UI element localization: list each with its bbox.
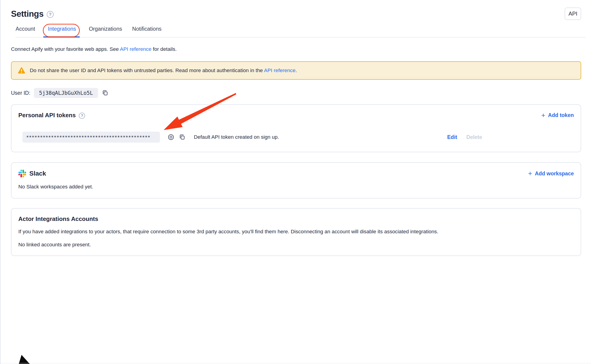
copy-icon (179, 134, 186, 141)
reveal-token-button[interactable] (167, 133, 175, 141)
copy-token-button[interactable] (179, 134, 186, 141)
copy-user-id-button[interactable] (102, 90, 109, 96)
masked-token-field[interactable]: ****************************************… (22, 132, 160, 143)
warning-triangle-icon (18, 67, 25, 74)
tab-integrations[interactable]: Integrations (45, 26, 79, 37)
actor-empty-text: No linked accounts are present. (18, 242, 574, 248)
intro-text: Connect Apify with your favorite web app… (11, 46, 581, 52)
delete-token-button[interactable]: Delete (466, 134, 482, 140)
token-row: ****************************************… (22, 132, 574, 143)
edit-token-button[interactable]: Edit (447, 134, 457, 140)
actor-card-description: If you have added integrations to your a… (18, 228, 574, 235)
slack-card: Slack + Add workspace No Slack workspace… (11, 162, 581, 198)
personal-api-tokens-card: Personal API tokens ? + Add token ******… (11, 104, 581, 152)
plus-icon: + (541, 113, 545, 118)
user-id-label: User ID: (11, 90, 30, 96)
user-id-row: User ID: 5j38qALJbGuXhLo5L (11, 88, 581, 98)
user-id-value: 5j38qALJbGuXhLo5L (34, 88, 98, 98)
plus-icon: + (528, 171, 532, 176)
tab-account[interactable]: Account (16, 26, 35, 37)
page-header: Settings ? API (11, 0, 581, 20)
active-tab-underline (43, 36, 80, 38)
tokens-help-icon[interactable]: ? (79, 113, 85, 119)
page-title: Settings (11, 9, 44, 19)
eye-icon (167, 133, 175, 141)
slack-card-title: Slack (29, 170, 46, 177)
warning-banner: Do not share the user ID and API tokens … (11, 61, 581, 80)
warning-api-reference-link[interactable]: API reference (264, 68, 296, 73)
copy-icon (102, 90, 109, 96)
token-description: Default API token created on sign up. (194, 134, 279, 140)
tab-organizations[interactable]: Organizations (89, 26, 122, 37)
slack-logo-icon (18, 170, 26, 177)
actor-card-title: Actor Integrations Accounts (18, 215, 574, 222)
settings-page: Settings ? API Account Integrations Orga… (11, 0, 581, 256)
api-button[interactable]: API (565, 7, 581, 20)
actor-integrations-card: Actor Integrations Accounts If you have … (11, 208, 581, 256)
api-reference-link[interactable]: API reference (120, 46, 152, 52)
add-token-button[interactable]: + Add token (541, 112, 574, 118)
settings-help-icon[interactable]: ? (47, 11, 54, 18)
settings-tabs: Account Integrations Organizations Notif… (16, 26, 586, 38)
tab-notifications[interactable]: Notifications (132, 26, 162, 37)
tokens-card-title: Personal API tokens (18, 112, 76, 119)
slack-empty-text: No Slack workspaces added yet. (18, 184, 574, 190)
add-workspace-button[interactable]: + Add workspace (528, 170, 574, 177)
warning-text: Do not share the user ID and API tokens … (30, 68, 297, 73)
bottom-edge-divider (0, 363, 591, 363)
